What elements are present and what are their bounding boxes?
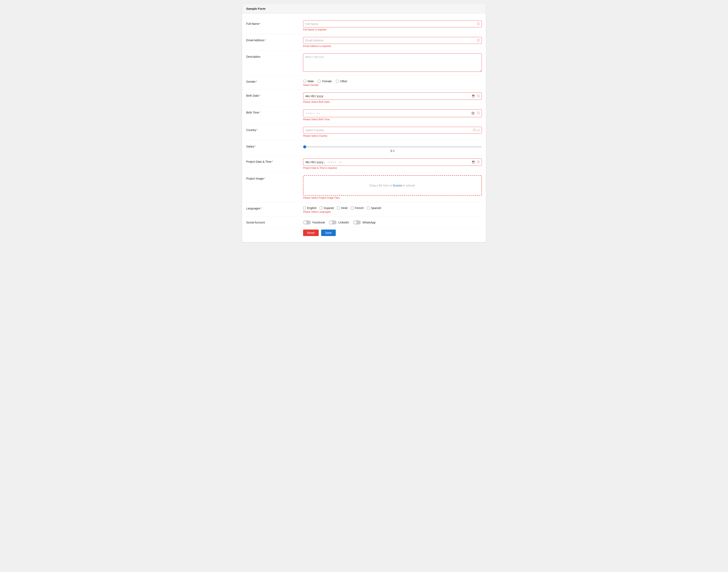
social-linkedin-toggle[interactable] bbox=[329, 220, 337, 224]
languages-error: Please Select Languages. bbox=[303, 210, 482, 213]
language-french-checkbox[interactable] bbox=[351, 207, 354, 209]
birth-time-error: Please Select Birth Time. bbox=[303, 118, 482, 121]
email-label: Email Address* bbox=[246, 37, 303, 42]
birth-date-row: Birth Date* ⓘ Please Select Birth Date. bbox=[246, 89, 482, 106]
reset-button[interactable]: Reset bbox=[303, 229, 319, 236]
birth-time-row: Birth Time* ⓘ Please Select Birth Time. bbox=[246, 106, 482, 124]
save-button[interactable]: Save bbox=[321, 229, 336, 236]
gender-male-radio[interactable] bbox=[303, 80, 306, 83]
gender-error: Select Gender. bbox=[303, 84, 482, 86]
salary-row: Salary* $ 0 bbox=[246, 140, 482, 156]
form-card: Sample Form Full Name* ⓘ Full Name is re… bbox=[242, 4, 486, 242]
full-name-row: Full Name* ⓘ Full Name is required. bbox=[246, 18, 482, 34]
form-header: Sample Form bbox=[242, 4, 486, 14]
full-name-input[interactable] bbox=[303, 20, 482, 27]
email-input[interactable] bbox=[303, 37, 482, 44]
description-label: Description bbox=[246, 54, 303, 58]
social-account-label: Social Account bbox=[246, 219, 303, 224]
birth-date-field: ⓘ Please Select Birth Date. bbox=[303, 92, 482, 103]
full-name-error: Full Name is required. bbox=[303, 28, 482, 31]
social-account-row: Social Account Facebook bbox=[246, 216, 482, 227]
social-whatsapp-label[interactable]: WhatsApp bbox=[353, 220, 376, 224]
project-image-row: Project Image* Drag a file here or brows… bbox=[246, 172, 482, 202]
gender-radio-group: Male Female Other bbox=[303, 78, 482, 83]
birth-date-input[interactable] bbox=[303, 92, 482, 100]
social-linkedin-label[interactable]: LinkedIn bbox=[329, 220, 349, 224]
project-image-error: Please Select Project Image Files. bbox=[303, 197, 482, 199]
gender-other-label[interactable]: Other bbox=[336, 80, 347, 83]
social-linkedin-slider bbox=[329, 220, 337, 224]
languages-checkbox-group: English Gujarati Hindi French bbox=[303, 205, 482, 210]
language-hindi-checkbox[interactable] bbox=[337, 207, 340, 209]
language-spanish-label[interactable]: Spanish bbox=[367, 206, 381, 210]
description-textarea[interactable] bbox=[303, 54, 482, 72]
language-english-checkbox[interactable] bbox=[303, 207, 306, 209]
social-facebook-label[interactable]: Facebook bbox=[303, 220, 325, 224]
gender-female-label[interactable]: Female bbox=[318, 80, 332, 83]
dropzone-text: Drag a file here or browse to upload. bbox=[369, 184, 415, 187]
gender-other-radio[interactable] bbox=[336, 80, 339, 83]
country-field: Select Country United States India Unite… bbox=[303, 127, 482, 137]
project-datetime-input[interactable] bbox=[303, 158, 482, 166]
country-label: Country* bbox=[246, 127, 303, 132]
project-datetime-row: Project Date & Time* ⓘ Project Date & Ti… bbox=[246, 156, 482, 172]
salary-field: $ 0 bbox=[303, 143, 482, 153]
social-facebook-slider bbox=[303, 220, 311, 224]
gender-field: Male Female Other Select Gender. bbox=[303, 78, 482, 86]
button-row: Reset Save bbox=[246, 227, 482, 236]
description-row: Description bbox=[246, 51, 482, 76]
salary-label: Salary* bbox=[246, 143, 303, 148]
language-gujarati-label[interactable]: Gujarati bbox=[320, 206, 334, 210]
language-french-label[interactable]: French bbox=[351, 206, 364, 210]
gender-row: Gender* Male Female Other bbox=[246, 76, 482, 89]
birth-time-label: Birth Time* bbox=[246, 109, 303, 114]
gender-female-radio[interactable] bbox=[318, 80, 321, 83]
social-facebook-toggle[interactable] bbox=[303, 220, 311, 224]
gender-male-label[interactable]: Male bbox=[303, 80, 314, 83]
form-body: Full Name* ⓘ Full Name is required. Emai… bbox=[242, 14, 486, 242]
full-name-field: ⓘ Full Name is required. bbox=[303, 20, 482, 31]
gender-label: Gender* bbox=[246, 78, 303, 83]
email-row: Email Address* ⓘ Email Address is requir… bbox=[246, 34, 482, 51]
birth-date-error: Please Select Birth Date. bbox=[303, 100, 482, 103]
salary-slider[interactable] bbox=[303, 146, 482, 147]
country-select[interactable]: Select Country United States India Unite… bbox=[303, 127, 482, 134]
country-row: Country* Select Country United States In… bbox=[246, 124, 482, 140]
languages-label: Languages* bbox=[246, 205, 303, 210]
birth-time-field: ⓘ Please Select Birth Time. bbox=[303, 109, 482, 121]
language-spanish-checkbox[interactable] bbox=[367, 207, 370, 209]
project-datetime-error: Project Date & Time is required. bbox=[303, 166, 482, 169]
language-gujarati-checkbox[interactable] bbox=[320, 207, 322, 209]
birth-time-input-wrapper: ⓘ bbox=[303, 109, 482, 117]
birth-date-label: Birth Date* bbox=[246, 92, 303, 97]
languages-row: Languages* English Gujarati Hindi bbox=[246, 202, 482, 216]
birth-date-input-wrapper: ⓘ bbox=[303, 92, 482, 100]
full-name-input-wrapper: ⓘ bbox=[303, 20, 482, 27]
social-toggle-group: Facebook LinkedIn Wh bbox=[303, 219, 482, 224]
project-datetime-input-wrapper: ⓘ bbox=[303, 158, 482, 166]
description-field bbox=[303, 54, 482, 73]
language-english-label[interactable]: English bbox=[303, 206, 316, 210]
dropzone-browse-link[interactable]: browse bbox=[393, 184, 402, 187]
full-name-label: Full Name* bbox=[246, 20, 303, 25]
project-image-field: Drag a file here or browse to upload. Pl… bbox=[303, 175, 482, 199]
language-hindi-label[interactable]: Hindi bbox=[337, 206, 348, 210]
project-image-label: Project Image* bbox=[246, 175, 303, 180]
form-title: Sample Form bbox=[246, 7, 266, 10]
email-field: ⓘ Email Address is required. bbox=[303, 37, 482, 48]
email-input-wrapper: ⓘ bbox=[303, 37, 482, 44]
email-error: Email Address is required. bbox=[303, 45, 482, 48]
project-datetime-label: Project Date & Time* bbox=[246, 158, 303, 163]
country-select-wrapper: Select Country United States India Unite… bbox=[303, 127, 482, 134]
languages-field: English Gujarati Hindi French bbox=[303, 205, 482, 213]
country-error: Please Select Country. bbox=[303, 135, 482, 137]
project-image-dropzone[interactable]: Drag a file here or browse to upload. bbox=[303, 175, 482, 196]
social-whatsapp-slider bbox=[353, 220, 361, 224]
social-account-field: Facebook LinkedIn Wh bbox=[303, 219, 482, 224]
social-whatsapp-toggle[interactable] bbox=[353, 220, 361, 224]
salary-value: $ 0 bbox=[303, 149, 482, 153]
birth-time-input[interactable] bbox=[303, 109, 482, 117]
salary-slider-wrapper: $ 0 bbox=[303, 143, 482, 153]
project-datetime-field: ⓘ Project Date & Time is required. bbox=[303, 158, 482, 169]
